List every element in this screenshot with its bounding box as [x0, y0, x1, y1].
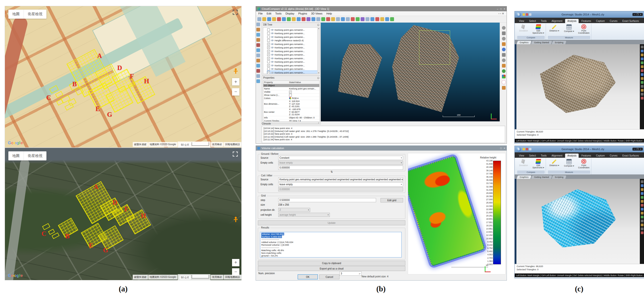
- toolbar-icon[interactable]: [326, 17, 330, 21]
- toolbar-icon[interactable]: [390, 17, 394, 21]
- compute-button[interactable]: Compute ▾: [563, 159, 576, 167]
- minimize-button[interactable]: –: [497, 7, 498, 10]
- toolbar-icon[interactable]: [641, 212, 644, 215]
- toolbar-icon[interactable]: [641, 204, 644, 207]
- toolbar-icon[interactable]: [641, 69, 644, 72]
- toolbar-icon[interactable]: [321, 17, 325, 21]
- toolbar-icon[interactable]: [256, 64, 260, 67]
- toolbar-icon[interactable]: [502, 58, 506, 62]
- toolbar-icon[interactable]: [312, 17, 315, 21]
- toolbar-icon[interactable]: [641, 216, 644, 218]
- toolbar-icon[interactable]: [502, 26, 506, 30]
- ceil-value-input[interactable]: 0.000000: [278, 187, 403, 191]
- showname-checkbox[interactable]: [289, 94, 292, 97]
- toolbar-icon[interactable]: [267, 17, 271, 21]
- toolbar-icon[interactable]: [346, 17, 350, 21]
- checkbox[interactable]: ✓: [267, 53, 270, 56]
- export-grid-button[interactable]: Export grid as a cloud: [258, 266, 405, 271]
- dock-pin-icon[interactable]: ◻: [317, 76, 319, 79]
- toolbar-icon[interactable]: [641, 65, 644, 68]
- toolbar-icon[interactable]: [351, 17, 355, 21]
- ribbon-tab[interactable]: Features: [579, 154, 593, 158]
- num-precision-spinner[interactable]: 3: [340, 272, 362, 276]
- toolbar-icon[interactable]: [292, 17, 296, 21]
- toolbar-icon[interactable]: [641, 208, 644, 211]
- satellite-tab[interactable]: 衛星檢視: [24, 151, 46, 160]
- toolbar-icon[interactable]: [316, 17, 320, 21]
- toolbar-icon[interactable]: [256, 33, 260, 37]
- point-coordinates-button[interactable]: Point Coordinates: [578, 159, 590, 169]
- toolbar-icon[interactable]: [502, 37, 506, 40]
- keyboard-shortcuts-link[interactable]: 鍵盤快速鍵: [133, 275, 148, 280]
- toolbar-icon[interactable]: [641, 192, 644, 195]
- results-text[interactable]: Volume: 114,745.634Surface: 6,969.500 --…: [260, 232, 402, 258]
- toolbar-icon[interactable]: [331, 17, 335, 21]
- zoom-out-button[interactable]: −: [232, 88, 240, 96]
- toolbar-icon[interactable]: [256, 38, 260, 42]
- ribbon-tab[interactable]: Tools: [538, 19, 549, 23]
- toolbar-icon[interactable]: [502, 75, 506, 78]
- toolbar-icon[interactable]: [297, 17, 300, 21]
- open-icon[interactable]: [522, 13, 525, 16]
- ribbon-tab[interactable]: Parametric Surfaces: [642, 19, 644, 23]
- undo-icon[interactable]: [529, 148, 532, 150]
- dialog-titlebar[interactable]: Volume calculation □ ×: [256, 146, 506, 151]
- toolbar-icon[interactable]: [502, 80, 506, 84]
- tree-item[interactable]: ✓ Keelung point geo.remainin...: [267, 49, 317, 53]
- menu-tools[interactable]: Tools: [275, 12, 282, 15]
- titlebar[interactable]: CloudCompare v2.11 alpha (Anoia) [64-bit…: [256, 6, 506, 11]
- open-icon[interactable]: [522, 148, 525, 150]
- ribbon-tab[interactable]: Analysis: [565, 19, 578, 23]
- ribbon-tab[interactable]: Tools: [538, 154, 549, 158]
- document-tab[interactable]: Scripting: [552, 41, 566, 44]
- titlebar[interactable]: S Geomagic Studio 2014 – Mesh1.cly –❐×: [515, 146, 644, 152]
- tree-item[interactable]: ✓ Keelung point geo.remainin...: [267, 56, 317, 60]
- toolbar-icon[interactable]: [360, 17, 364, 21]
- toolbar-icon[interactable]: [641, 73, 644, 76]
- tree-item[interactable]: ✓ Keelung point geo.remainin...: [267, 28, 317, 32]
- toolbar-icon[interactable]: [256, 69, 260, 73]
- zoom-in-button[interactable]: +: [232, 78, 240, 85]
- menu-plugins[interactable]: Plugins: [298, 12, 307, 15]
- tree-item[interactable]: ✓ Keelung point geo.remainin...: [267, 60, 317, 64]
- grid-step-input[interactable]: 0.500000: [278, 198, 376, 202]
- toolbar-icon[interactable]: [502, 69, 506, 73]
- satellite-tab[interactable]: 衛星檢視: [24, 9, 46, 19]
- document-tab[interactable]: Getting Started: [531, 175, 552, 179]
- terms-link[interactable]: 使用條款: [211, 275, 224, 280]
- update-button[interactable]: Update: [258, 220, 405, 225]
- toolbar-icon[interactable]: [641, 188, 644, 191]
- ground-source-combo[interactable]: Constant: [278, 156, 403, 160]
- point-coordinates-button[interactable]: Point Coordinates: [578, 24, 590, 34]
- heatmap-view[interactable]: Relative height 43.19841.84840.49839.148…: [408, 153, 506, 275]
- toolbar-icon[interactable]: [302, 17, 306, 21]
- report-error-link[interactable]: 回報地圖錯誤: [224, 275, 242, 280]
- toolbar-icon[interactable]: [641, 180, 644, 183]
- compute-button[interactable]: Compute ▾: [563, 24, 576, 32]
- 3d-view[interactable]: 150: [321, 22, 500, 121]
- window-buttons[interactable]: –❐×: [632, 148, 643, 151]
- ribbon-tab[interactable]: Parametric Surfaces: [642, 154, 644, 158]
- save-icon[interactable]: [526, 13, 528, 16]
- keyboard-shortcuts-link[interactable]: 鍵盤快速鍵: [133, 142, 148, 147]
- edit-spectrums-button[interactable]: Edit Spectrums ▾: [532, 159, 545, 169]
- menu-file[interactable]: File: [258, 12, 263, 15]
- tree-item[interactable]: ✓ Keelung point geo.remainin...: [267, 42, 317, 46]
- toolbar-icon[interactable]: [641, 93, 644, 96]
- ribbon-tab[interactable]: Curves: [608, 19, 620, 23]
- toolbar-icon[interactable]: [256, 74, 260, 78]
- toolbar-icon[interactable]: [641, 232, 644, 234]
- projection-combo[interactable]: Z: [278, 208, 310, 212]
- scrollbar[interactable]: ▲▼: [317, 27, 320, 74]
- 3d-viewport[interactable]: [515, 179, 644, 264]
- toolbar-icon[interactable]: [502, 53, 506, 57]
- save-icon[interactable]: [526, 148, 528, 150]
- zoom-in-button[interactable]: +: [232, 259, 240, 266]
- document-tab[interactable]: Scripting: [552, 175, 566, 179]
- dock-pin-icon[interactable]: ◻: [317, 23, 319, 26]
- checkbox[interactable]: ✓: [267, 67, 270, 70]
- colors-dropdown[interactable]: RGB ▾: [288, 97, 319, 99]
- toolbar-icon[interactable]: [341, 17, 345, 21]
- toolbar-icon[interactable]: [641, 200, 644, 203]
- document-tab[interactable]: Getting Started: [531, 41, 552, 44]
